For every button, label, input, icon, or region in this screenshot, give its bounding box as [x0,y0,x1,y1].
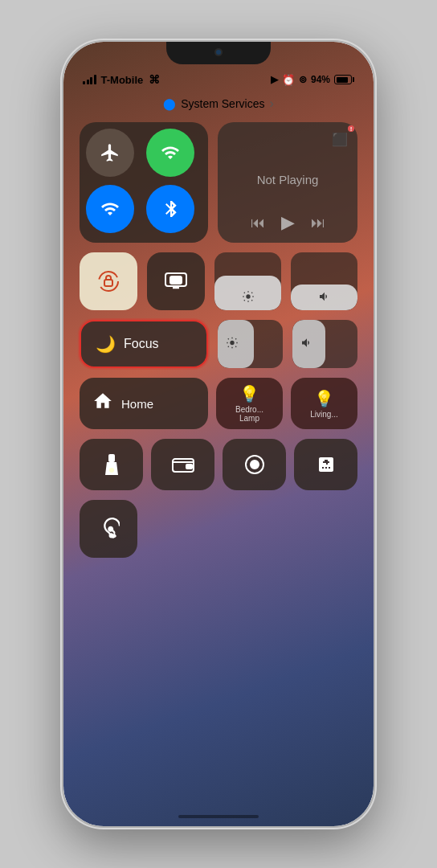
phone-screen: T-Mobile ⌘ ▶ ⏰ ⊚ 94% ⬤ System Services › [63,42,374,826]
bedroom-lamp-label: Bedro...Lamp [235,405,263,423]
home-indicator [178,815,259,818]
connectivity-block [80,122,208,243]
top-row: ⬛ Not Playing ⏮ ▶ ⏭ [80,122,357,243]
home-label: Home [121,397,153,411]
focus-label: Focus [124,337,159,351]
wifi-icon: ⌘ [149,73,160,86]
wifi-button[interactable] [86,185,134,233]
status-right: ▶ ⏰ ⊚ 94% [271,74,354,86]
phone-frame: T-Mobile ⌘ ▶ ⏰ ⊚ 94% ⬤ System Services › [62,40,375,828]
play-pause-button[interactable]: ▶ [281,212,295,233]
status-left: T-Mobile ⌘ [83,73,160,86]
bluetooth-button[interactable] [146,185,194,233]
brightness-slider[interactable] [214,252,281,310]
bedroom-lamp-button[interactable]: 💡 Bedro...Lamp [216,378,283,429]
front-camera [214,48,223,56]
rotation-lock-button[interactable] [80,252,137,310]
system-services-bar[interactable]: ⬤ System Services › [63,96,374,111]
brightness-slider-h[interactable] [218,320,283,368]
svg-point-5 [230,341,234,345]
svg-point-4 [246,294,250,298]
alarm-icon: ⏰ [282,74,295,86]
airplay-media-icon[interactable]: ⬛ [332,132,348,147]
home-button[interactable]: Home [80,378,208,429]
svg-rect-9 [186,465,192,469]
living-lamp-label: Living... [310,410,337,419]
battery-percent-label: 94% [311,74,330,85]
cellular-button[interactable] [146,129,194,177]
location-arrow-icon: ▶ [271,74,278,85]
prev-track-button[interactable]: ⏮ [251,215,265,231]
signal-bars [83,75,96,84]
hearing-button[interactable] [80,500,137,558]
house-icon [92,391,113,416]
volume-slider-h[interactable] [292,320,357,368]
airplay-status-icon: ⊚ [299,74,307,85]
screen-record-button[interactable] [223,439,286,490]
signal-bar-4 [94,75,96,84]
media-block: ⬛ Not Playing ⏮ ▶ ⏭ [218,122,357,243]
svg-rect-6 [108,454,115,462]
svg-point-7 [109,468,114,473]
moon-icon: 🌙 [96,334,116,354]
media-title: Not Playing [227,173,348,186]
media-controls: ⏮ ▶ ⏭ [227,212,348,233]
next-track-button[interactable]: ⏭ [311,215,325,231]
signal-bar-3 [90,77,92,84]
carrier-label: T-Mobile [101,74,144,86]
svg-point-11 [251,461,259,469]
svg-point-0 [99,272,118,291]
notch [166,42,271,64]
svg-rect-1 [104,280,112,286]
battery-icon [334,75,354,84]
living-lamp-button[interactable]: 💡 ! Living... [291,378,357,429]
calculator-button[interactable] [294,439,357,490]
focus-button[interactable]: 🌙 Focus [80,320,208,368]
bedroom-bulb-icon: 💡 [239,384,259,403]
home-row: Home 💡 Bedro...Lamp 💡 ! Living... [80,378,357,429]
signal-bar-2 [87,80,89,84]
signal-bar-1 [83,81,85,84]
svg-rect-3 [170,276,182,284]
focus-row: 🌙 Focus [80,320,357,368]
volume-slider[interactable] [291,252,357,310]
status-bar: T-Mobile ⌘ ▶ ⏰ ⊚ 94% [63,68,374,92]
tools-row [80,439,357,490]
airplane-mode-button[interactable] [86,129,134,177]
control-center-content: ⬛ Not Playing ⏮ ▶ ⏭ [80,122,357,794]
system-services-arrow: › [269,96,273,111]
system-services-label: System Services [181,97,264,110]
flashlight-button[interactable] [80,439,143,490]
location-dot-icon: ⬤ [163,97,176,110]
screen-mirror-button[interactable] [147,252,205,310]
volume-h-icon [300,337,313,352]
second-row [80,252,357,310]
last-row [80,500,357,558]
media-top: ⬛ [227,132,348,147]
wallet-button[interactable] [151,439,214,490]
brightness-h-icon [226,337,239,352]
living-bulb-icon: 💡 [314,389,334,408]
